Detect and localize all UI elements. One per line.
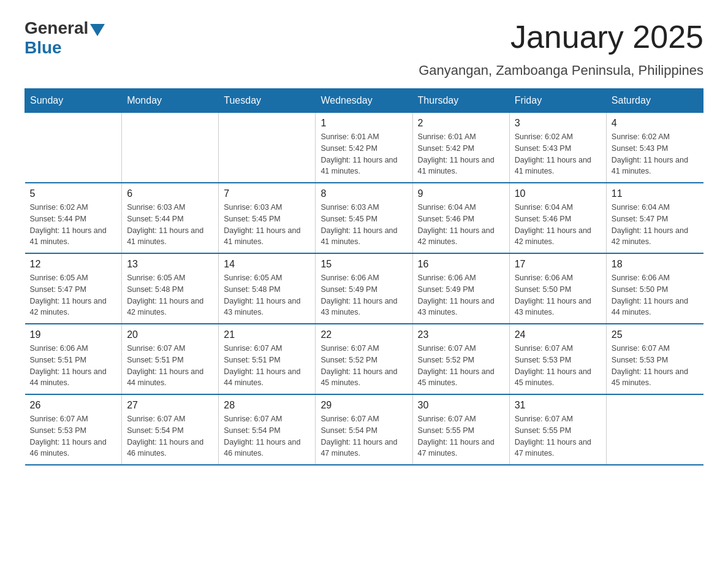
calendar-cell: 16Sunrise: 6:06 AMSunset: 5:49 PMDayligh…	[412, 253, 509, 324]
calendar-cell: 21Sunrise: 6:07 AMSunset: 5:51 PMDayligh…	[219, 324, 316, 394]
day-number: 16	[418, 259, 504, 270]
day-number: 20	[127, 329, 213, 340]
day-number: 28	[224, 400, 310, 411]
day-info: Sunrise: 6:07 AMSunset: 5:54 PMDaylight:…	[127, 413, 213, 459]
logo-blue-text: Blue	[25, 38, 62, 58]
day-number: 22	[320, 329, 407, 340]
day-info: Sunrise: 6:04 AMSunset: 5:47 PMDaylight:…	[612, 202, 699, 248]
day-info: Sunrise: 6:02 AMSunset: 5:43 PMDaylight:…	[612, 131, 699, 177]
day-of-week-header: Wednesday	[316, 89, 412, 113]
calendar-week-row: 19Sunrise: 6:06 AMSunset: 5:51 PMDayligh…	[25, 324, 703, 394]
day-number: 7	[224, 188, 310, 199]
calendar-cell: 15Sunrise: 6:06 AMSunset: 5:49 PMDayligh…	[316, 253, 412, 324]
day-of-week-header: Thursday	[412, 89, 509, 113]
calendar-cell: 11Sunrise: 6:04 AMSunset: 5:47 PMDayligh…	[606, 183, 703, 253]
day-number: 19	[30, 329, 117, 340]
calendar-cell: 14Sunrise: 6:05 AMSunset: 5:48 PMDayligh…	[219, 253, 316, 324]
calendar-cell: 30Sunrise: 6:07 AMSunset: 5:55 PMDayligh…	[412, 394, 509, 465]
day-info: Sunrise: 6:01 AMSunset: 5:42 PMDaylight:…	[418, 131, 504, 177]
page-header: General Blue January 2025	[25, 18, 703, 58]
day-number: 24	[515, 329, 601, 340]
day-info: Sunrise: 6:07 AMSunset: 5:52 PMDaylight:…	[320, 343, 407, 389]
day-info: Sunrise: 6:03 AMSunset: 5:45 PMDaylight:…	[224, 202, 310, 248]
calendar-cell: 19Sunrise: 6:06 AMSunset: 5:51 PMDayligh…	[25, 324, 122, 394]
day-info: Sunrise: 6:05 AMSunset: 5:48 PMDaylight:…	[224, 272, 310, 318]
calendar-week-row: 26Sunrise: 6:07 AMSunset: 5:53 PMDayligh…	[25, 394, 703, 465]
day-info: Sunrise: 6:07 AMSunset: 5:55 PMDaylight:…	[515, 413, 601, 459]
day-number: 26	[30, 400, 117, 411]
day-number: 1	[320, 118, 407, 129]
day-number: 6	[127, 188, 213, 199]
day-number: 11	[612, 188, 699, 199]
day-info: Sunrise: 6:07 AMSunset: 5:53 PMDaylight:…	[515, 343, 601, 389]
calendar-cell: 10Sunrise: 6:04 AMSunset: 5:46 PMDayligh…	[509, 183, 606, 253]
calendar-cell: 18Sunrise: 6:06 AMSunset: 5:50 PMDayligh…	[606, 253, 703, 324]
calendar-cell: 13Sunrise: 6:05 AMSunset: 5:48 PMDayligh…	[122, 253, 219, 324]
calendar-cell: 12Sunrise: 6:05 AMSunset: 5:47 PMDayligh…	[25, 253, 122, 324]
day-info: Sunrise: 6:07 AMSunset: 5:53 PMDaylight:…	[30, 413, 117, 459]
day-info: Sunrise: 6:06 AMSunset: 5:50 PMDaylight:…	[612, 272, 699, 318]
day-info: Sunrise: 6:07 AMSunset: 5:54 PMDaylight:…	[320, 413, 407, 459]
day-number: 5	[30, 188, 117, 199]
calendar-cell: 3Sunrise: 6:02 AMSunset: 5:43 PMDaylight…	[509, 113, 606, 183]
location-subtitle: Ganyangan, Zamboanga Peninsula, Philippi…	[25, 63, 703, 79]
day-info: Sunrise: 6:04 AMSunset: 5:46 PMDaylight:…	[515, 202, 601, 248]
day-number: 3	[515, 118, 601, 129]
day-info: Sunrise: 6:07 AMSunset: 5:55 PMDaylight:…	[418, 413, 504, 459]
day-number: 2	[418, 118, 504, 129]
calendar-cell: 2Sunrise: 6:01 AMSunset: 5:42 PMDaylight…	[412, 113, 509, 183]
day-number: 17	[515, 259, 601, 270]
day-info: Sunrise: 6:03 AMSunset: 5:45 PMDaylight:…	[320, 202, 407, 248]
calendar-cell: 6Sunrise: 6:03 AMSunset: 5:44 PMDaylight…	[122, 183, 219, 253]
logo: General Blue	[25, 18, 105, 58]
day-number: 8	[320, 188, 407, 199]
day-info: Sunrise: 6:06 AMSunset: 5:51 PMDaylight:…	[30, 343, 117, 389]
calendar-cell: 8Sunrise: 6:03 AMSunset: 5:45 PMDaylight…	[316, 183, 412, 253]
day-info: Sunrise: 6:02 AMSunset: 5:43 PMDaylight:…	[515, 131, 601, 177]
day-info: Sunrise: 6:07 AMSunset: 5:53 PMDaylight:…	[612, 343, 699, 389]
day-number: 9	[418, 188, 504, 199]
day-of-week-header: Monday	[122, 89, 219, 113]
day-info: Sunrise: 6:01 AMSunset: 5:42 PMDaylight:…	[320, 131, 407, 177]
day-number: 31	[515, 400, 601, 411]
day-of-week-header: Saturday	[606, 89, 703, 113]
day-info: Sunrise: 6:06 AMSunset: 5:50 PMDaylight:…	[515, 272, 601, 318]
calendar-week-row: 12Sunrise: 6:05 AMSunset: 5:47 PMDayligh…	[25, 253, 703, 324]
calendar-cell: 26Sunrise: 6:07 AMSunset: 5:53 PMDayligh…	[25, 394, 122, 465]
day-info: Sunrise: 6:07 AMSunset: 5:51 PMDaylight:…	[224, 343, 310, 389]
calendar-cell	[25, 113, 122, 183]
day-info: Sunrise: 6:04 AMSunset: 5:46 PMDaylight:…	[418, 202, 504, 248]
day-info: Sunrise: 6:05 AMSunset: 5:48 PMDaylight:…	[127, 272, 213, 318]
calendar-cell: 22Sunrise: 6:07 AMSunset: 5:52 PMDayligh…	[316, 324, 412, 394]
day-number: 10	[515, 188, 601, 199]
day-info: Sunrise: 6:02 AMSunset: 5:44 PMDaylight:…	[30, 202, 117, 248]
calendar-table: SundayMondayTuesdayWednesdayThursdayFrid…	[25, 88, 703, 465]
logo-general-text: General	[25, 18, 88, 38]
day-of-week-header: Friday	[509, 89, 606, 113]
day-of-week-header: Tuesday	[219, 89, 316, 113]
calendar-cell: 7Sunrise: 6:03 AMSunset: 5:45 PMDaylight…	[219, 183, 316, 253]
day-info: Sunrise: 6:05 AMSunset: 5:47 PMDaylight:…	[30, 272, 117, 318]
calendar-cell: 25Sunrise: 6:07 AMSunset: 5:53 PMDayligh…	[606, 324, 703, 394]
calendar-header-row: SundayMondayTuesdayWednesdayThursdayFrid…	[25, 89, 703, 113]
day-info: Sunrise: 6:03 AMSunset: 5:44 PMDaylight:…	[127, 202, 213, 248]
day-info: Sunrise: 6:06 AMSunset: 5:49 PMDaylight:…	[320, 272, 407, 318]
calendar-cell: 23Sunrise: 6:07 AMSunset: 5:52 PMDayligh…	[412, 324, 509, 394]
day-number: 27	[127, 400, 213, 411]
calendar-cell: 1Sunrise: 6:01 AMSunset: 5:42 PMDaylight…	[316, 113, 412, 183]
day-number: 29	[320, 400, 407, 411]
day-info: Sunrise: 6:07 AMSunset: 5:52 PMDaylight:…	[418, 343, 504, 389]
logo-triangle-icon	[90, 24, 105, 36]
calendar-week-row: 1Sunrise: 6:01 AMSunset: 5:42 PMDaylight…	[25, 113, 703, 183]
calendar-cell: 24Sunrise: 6:07 AMSunset: 5:53 PMDayligh…	[509, 324, 606, 394]
day-number: 14	[224, 259, 310, 270]
day-number: 21	[224, 329, 310, 340]
calendar-cell: 9Sunrise: 6:04 AMSunset: 5:46 PMDaylight…	[412, 183, 509, 253]
day-number: 30	[418, 400, 504, 411]
day-number: 12	[30, 259, 117, 270]
calendar-cell	[122, 113, 219, 183]
calendar-cell: 17Sunrise: 6:06 AMSunset: 5:50 PMDayligh…	[509, 253, 606, 324]
day-number: 13	[127, 259, 213, 270]
month-title: January 2025	[510, 18, 703, 55]
day-info: Sunrise: 6:06 AMSunset: 5:49 PMDaylight:…	[418, 272, 504, 318]
